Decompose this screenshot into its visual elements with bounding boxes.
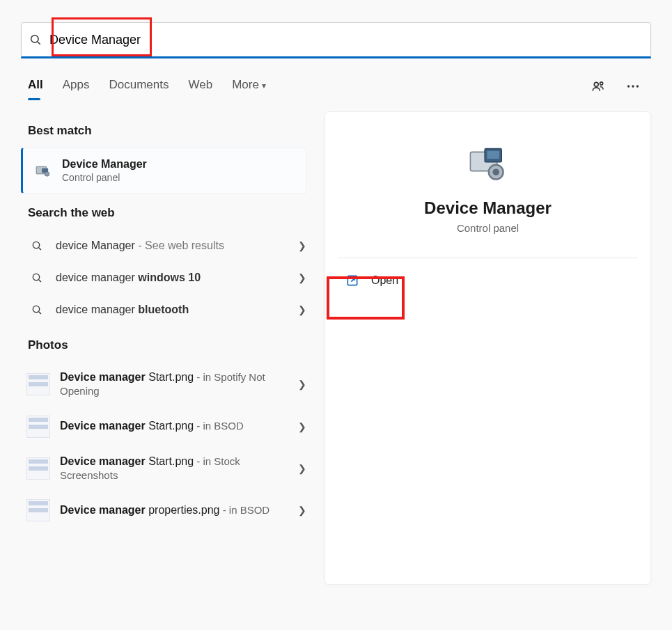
search-panel: All Apps Documents Web More▾ Best match (0, 0, 672, 630)
svg-line-11 (39, 248, 41, 250)
results-column: Best match Device Manager Control panel … (21, 111, 313, 585)
photos-list: Device manager Start.png - in Spotify No… (21, 362, 313, 530)
svg-point-20 (492, 168, 499, 175)
svg-point-0 (31, 36, 39, 43)
device-manager-icon (33, 161, 52, 180)
svg-point-9 (45, 172, 49, 177)
section-best-match: Best match (28, 124, 313, 138)
search-icon (29, 304, 45, 315)
web-result[interactable]: device manager windows 10 ❯ (21, 262, 313, 294)
image-thumbnail-icon (26, 373, 50, 395)
svg-point-2 (594, 82, 598, 86)
photo-result-text: Device manager properties.png - in BSOD (60, 503, 298, 517)
search-icon (29, 240, 45, 251)
photo-result[interactable]: Device manager Start.png - in Stock Scre… (21, 446, 313, 491)
filter-tabs-row: All Apps Documents Web More▾ (0, 57, 672, 104)
tab-all[interactable]: All (28, 74, 43, 99)
search-icon (22, 33, 49, 46)
svg-line-13 (39, 280, 41, 282)
svg-point-14 (33, 306, 39, 312)
preview-pane: Device Manager Control panel Open (325, 111, 651, 585)
filter-tabs: All Apps Documents Web More▾ (28, 74, 266, 99)
best-match-title: Device Manager (62, 158, 147, 171)
svg-point-12 (33, 274, 39, 280)
preview-title: Device Manager (338, 198, 638, 218)
preview-subtitle: Control panel (338, 222, 638, 234)
tab-apps[interactable]: Apps (63, 74, 90, 99)
tab-more[interactable]: More▾ (232, 74, 266, 99)
svg-point-10 (33, 242, 39, 248)
photo-result-text: Device manager Start.png - in Stock Scre… (60, 455, 298, 483)
search-input[interactable] (49, 33, 650, 47)
tab-more-label: More (232, 78, 259, 91)
best-match-result[interactable]: Device Manager Control panel (21, 148, 306, 194)
search-icon (29, 272, 45, 283)
more-options-icon[interactable] (623, 77, 643, 96)
image-thumbnail-icon (26, 457, 50, 480)
results-content: Best match Device Manager Control panel … (0, 104, 672, 585)
photo-result[interactable]: Device manager Start.png - in Spotify No… (21, 362, 313, 407)
search-focus-underline (21, 56, 651, 58)
svg-rect-18 (487, 151, 499, 159)
photo-result[interactable]: Device manager properties.png - in BSOD … (21, 491, 313, 530)
svg-point-6 (636, 85, 639, 87)
web-result-text: device Manager - See web results (56, 239, 298, 252)
photo-result-text: Device manager Start.png - in BSOD (60, 419, 298, 433)
web-result[interactable]: device manager bluetooth ❯ (21, 294, 313, 326)
svg-line-1 (38, 42, 40, 45)
svg-point-5 (632, 85, 634, 87)
chevron-right-icon: ❯ (298, 421, 306, 432)
search-box[interactable] (21, 22, 651, 57)
web-result-text: device manager bluetooth (56, 304, 298, 316)
chevron-right-icon: ❯ (298, 505, 306, 516)
section-photos: Photos (28, 338, 313, 352)
tab-web[interactable]: Web (188, 74, 212, 99)
chevron-right-icon: ❯ (298, 240, 306, 251)
chevron-right-icon: ❯ (298, 379, 306, 390)
chevron-right-icon: ❯ (298, 463, 306, 474)
web-results-list: device Manager - See web results ❯ devic… (21, 230, 313, 326)
svg-point-4 (627, 85, 630, 87)
people-icon[interactable] (588, 77, 608, 96)
web-result-text: device manager windows 10 (56, 271, 298, 284)
chevron-right-icon: ❯ (298, 304, 306, 315)
best-match-subtitle: Control panel (62, 172, 147, 183)
svg-point-3 (600, 82, 603, 85)
search-bar (21, 22, 651, 57)
image-thumbnail-icon (26, 499, 50, 521)
photo-result-text: Device manager Start.png - in Spotify No… (60, 370, 298, 399)
device-manager-large-icon (460, 140, 516, 189)
open-external-icon (345, 274, 360, 288)
chevron-right-icon: ❯ (298, 272, 306, 283)
open-action[interactable]: Open (338, 258, 638, 304)
chevron-down-icon: ▾ (262, 81, 266, 90)
open-label: Open (371, 274, 398, 287)
web-result[interactable]: device Manager - See web results ❯ (21, 230, 313, 262)
section-search-web: Search the web (28, 206, 313, 220)
tab-documents[interactable]: Documents (109, 74, 169, 99)
photo-result[interactable]: Device manager Start.png - in BSOD ❯ (21, 407, 313, 446)
svg-line-15 (39, 312, 41, 314)
image-thumbnail-icon (26, 416, 50, 438)
